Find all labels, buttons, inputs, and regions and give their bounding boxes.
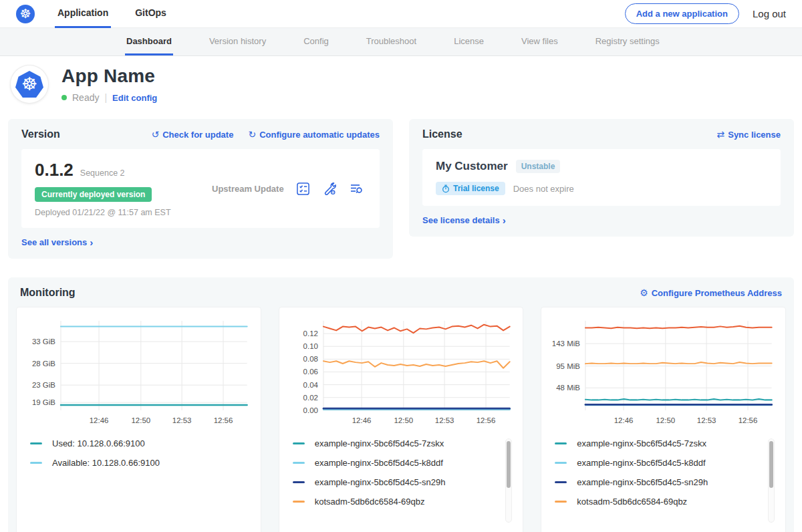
svg-text:12:50: 12:50 (394, 416, 413, 424)
svg-text:95 MiB: 95 MiB (557, 362, 581, 370)
clock-refresh-icon: ↻ (248, 129, 256, 140)
legend-color-dash-icon (30, 442, 42, 444)
app-avatar: ☸ (11, 65, 48, 103)
topbar-tab-application[interactable]: Application (55, 0, 111, 28)
swap-arrows-icon: ⇄ (716, 129, 724, 140)
subnav-item-config[interactable]: Config (302, 28, 330, 55)
legend-label: example-nginx-5bc6f5d4c5-sn29h (577, 477, 708, 487)
legend-label: example-nginx-5bc6f5d4c5-7zskx (577, 438, 706, 448)
chart-title: Memory Usage (548, 529, 779, 532)
version-number: 0.1.2 (35, 160, 74, 180)
legend-label: example-nginx-5bc6f5d4c5-k8ddf (577, 458, 705, 468)
preflight-checks-icon[interactable] (295, 181, 310, 196)
check-for-update-link[interactable]: ↺Check for update (151, 129, 233, 140)
svg-text:0.12: 0.12 (303, 329, 317, 338)
chart-title: Disk Usage (23, 529, 254, 532)
legend-label: example-nginx-5bc6f5d4c5-sn29h (315, 477, 446, 487)
trial-license-badge: Trial license (436, 182, 505, 195)
svg-text:28 GiB: 28 GiB (32, 360, 55, 368)
license-expiry: Does not expire (513, 184, 574, 194)
top-bar: ☸ ApplicationGitOps Add a new applicatio… (0, 0, 802, 28)
cards-row: Version ↺Check for update ↻Configure aut… (0, 110, 802, 259)
svg-text:12:50: 12:50 (656, 416, 676, 424)
deploy-logs-icon[interactable] (349, 181, 364, 196)
subnav-item-version-history[interactable]: Version history (208, 28, 267, 55)
top-bar-right: Add a new application Log out (625, 3, 786, 24)
legend-item: Used: 10.128.0.66:9100 (30, 438, 254, 449)
legend-color-dash-icon (555, 481, 567, 483)
svg-text:0.10: 0.10 (303, 342, 317, 350)
svg-text:23 GiB: 23 GiB (32, 381, 55, 389)
legend-item: kotsadm-5db6dc6584-69qbz (293, 497, 517, 507)
app-header: ☸ App Name Ready | Edit config (0, 56, 802, 110)
subnav-item-license[interactable]: License (452, 28, 485, 55)
legend-label: Available: 10.128.0.66:9100 (52, 458, 160, 468)
app-sub-nav: DashboardVersion historyConfigTroublesho… (0, 28, 802, 56)
legend-scrollbar[interactable] (505, 438, 512, 523)
stopwatch-icon (442, 184, 450, 193)
legend-item: example-nginx-5bc6f5d4c5-sn29h (293, 477, 517, 488)
cpu-usage-chart-card: 12:4612:5012:5312:560.000.020.040.060.08… (279, 307, 524, 532)
subnav-item-view-files[interactable]: View files (520, 28, 559, 55)
page-title: App Name (61, 65, 157, 87)
log-out-button[interactable]: Log out (753, 8, 786, 19)
svg-text:0.06: 0.06 (303, 368, 317, 376)
svg-text:0.00: 0.00 (303, 406, 317, 414)
legend-label: kotsadm-5db6dc6584-69qbz (577, 497, 687, 507)
topbar-tab-gitops[interactable]: GitOps (132, 0, 169, 28)
version-card: Version ↺Check for update ↻Configure aut… (8, 119, 393, 259)
subnav-item-troubleshoot[interactable]: Troubleshoot (365, 28, 418, 55)
legend-color-dash-icon (293, 501, 305, 503)
svg-text:0.04: 0.04 (303, 381, 318, 389)
legend-color-dash-icon (293, 462, 305, 464)
svg-text:0.08: 0.08 (303, 355, 317, 363)
legend-item: example-nginx-5bc6f5d4c5-7zskx (555, 438, 779, 449)
legend-label: kotsadm-5db6dc6584-69qbz (315, 497, 425, 507)
svg-text:12:56: 12:56 (214, 416, 233, 424)
svg-text:12:53: 12:53 (172, 416, 192, 424)
deployed-timestamp: Deployed 01/21/22 @ 11:57 am EST (35, 208, 195, 217)
gear-icon: ⚙ (640, 287, 648, 298)
version-sequence: Sequence 2 (80, 168, 125, 178)
chevron-right-icon: › (503, 215, 506, 226)
license-card-title: License (422, 128, 462, 140)
deployed-version-panel: 0.1.2 Sequence 2 Currently deployed vers… (21, 149, 380, 228)
kubernetes-heptagon-icon: ☸ (15, 71, 43, 98)
svg-text:0.02: 0.02 (303, 394, 317, 402)
edit-config-link[interactable]: Edit config (112, 93, 157, 103)
version-card-title: Version (21, 128, 60, 140)
legend-item: example-nginx-5bc6f5d4c5-k8ddf (555, 458, 779, 469)
customer-name: My Customer (436, 160, 508, 173)
legend-color-dash-icon (30, 462, 42, 464)
legend-label: example-nginx-5bc6f5d4c5-7zskx (315, 438, 444, 448)
legend-item: example-nginx-5bc6f5d4c5-7zskx (293, 438, 517, 449)
legend-color-dash-icon (293, 442, 305, 444)
svg-text:33 GiB: 33 GiB (32, 338, 55, 346)
disk-usage-legend: Used: 10.128.0.66:9100Available: 10.128.… (30, 438, 254, 527)
config-wrench-icon[interactable] (322, 181, 337, 196)
configure-automatic-updates-link[interactable]: ↻Configure automatic updates (248, 129, 380, 140)
ready-status-dot-icon (61, 95, 67, 100)
configure-prometheus-link[interactable]: ⚙Configure Prometheus Address (640, 287, 782, 298)
memory-usage-legend: example-nginx-5bc6f5d4c5-7zskxexample-ng… (555, 438, 779, 527)
legend-label: Used: 10.128.0.66:9100 (52, 438, 145, 448)
version-source-label: Upstream Update (195, 184, 295, 194)
top-bar-tabs: ApplicationGitOps (55, 0, 190, 28)
sync-license-link[interactable]: ⇄Sync license (716, 129, 781, 140)
monitoring-section: Monitoring ⚙Configure Prometheus Address… (8, 277, 794, 532)
svg-text:12:46: 12:46 (352, 416, 371, 424)
svg-text:12:46: 12:46 (614, 416, 634, 424)
subnav-item-dashboard[interactable]: Dashboard (125, 28, 173, 55)
memory-usage-chart-card: 12:4612:5012:5312:5648 MiB95 MiB143 MiB … (541, 307, 786, 532)
svg-text:143 MiB: 143 MiB (552, 340, 580, 348)
legend-scrollbar[interactable] (768, 438, 775, 523)
refresh-icon: ↺ (151, 129, 159, 140)
see-all-versions-link[interactable]: See all versions› (21, 237, 93, 248)
svg-text:12:53: 12:53 (697, 416, 716, 424)
see-license-details-link[interactable]: See license details› (422, 215, 506, 226)
subnav-item-registry-settings[interactable]: Registry settings (594, 28, 661, 55)
svg-text:12:50: 12:50 (131, 416, 150, 424)
channel-badge: Unstable (516, 160, 561, 173)
charts-row: 12:4612:5012:5312:5619 GiB23 GiB28 GiB33… (16, 307, 786, 532)
add-new-application-button[interactable]: Add a new application (625, 3, 739, 24)
